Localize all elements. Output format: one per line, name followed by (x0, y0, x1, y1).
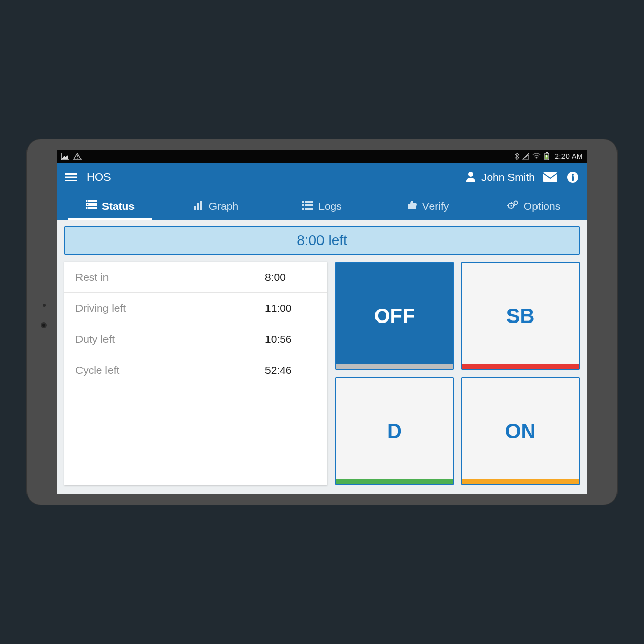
duty-button-d[interactable]: D (335, 377, 454, 485)
menu-icon[interactable] (64, 172, 78, 182)
tab-bar: Status Graph Logs Verify (57, 192, 587, 220)
svg-rect-14 (572, 176, 574, 181)
svg-point-3 (536, 157, 538, 159)
svg-point-10 (468, 172, 473, 177)
duty-button-off[interactable]: OFF (335, 262, 454, 370)
duty-button-on[interactable]: ON (461, 377, 580, 485)
svg-rect-21 (194, 206, 196, 210)
tab-options-label: Options (524, 200, 560, 212)
tab-graph[interactable]: Graph (163, 192, 269, 220)
stat-label: Cycle left (75, 364, 265, 377)
svg-point-32 (514, 201, 517, 205)
barchart-icon (194, 200, 204, 212)
svg-rect-26 (302, 204, 304, 206)
app-title: HOS (87, 171, 111, 184)
mail-icon[interactable] (543, 172, 557, 182)
svg-rect-7 (65, 173, 77, 175)
stat-value: 52:46 (265, 364, 316, 377)
tab-verify[interactable]: Verify (375, 192, 481, 220)
svg-rect-23 (200, 201, 202, 210)
svg-rect-8 (65, 177, 77, 178)
svg-rect-28 (302, 208, 304, 210)
svg-rect-29 (305, 208, 313, 210)
svg-rect-9 (65, 180, 77, 181)
battery-icon (544, 152, 550, 160)
warning-icon (73, 153, 82, 160)
svg-rect-25 (305, 201, 313, 203)
svg-rect-2 (77, 158, 78, 159)
app-header: HOS John Smith (57, 163, 587, 192)
tab-status-label: Status (102, 200, 135, 212)
bluetooth-icon (514, 153, 519, 160)
user-name: John Smith (481, 171, 535, 183)
svg-point-18 (87, 200, 88, 201)
duty-underline (336, 364, 453, 369)
tab-graph-label: Graph (209, 200, 238, 212)
duty-button-label: D (387, 420, 402, 443)
stat-row-driving-left: Driving left 11:00 (64, 293, 327, 324)
tablet-frame: 2:20 AM HOS John Smith (26, 139, 618, 505)
svg-point-13 (572, 174, 574, 176)
list-icon (302, 200, 313, 212)
tab-status[interactable]: Status (57, 192, 163, 220)
wifi-icon (532, 153, 541, 159)
duty-button-label: SB (506, 305, 535, 328)
server-icon (86, 200, 97, 212)
tablet-speaker (43, 304, 46, 307)
no-signal-icon (522, 153, 529, 160)
svg-point-19 (87, 204, 88, 205)
tablet-camera (41, 322, 47, 328)
svg-point-31 (510, 205, 512, 207)
duty-button-sb[interactable]: SB (461, 262, 580, 370)
two-column-layout: Rest in 8:00 Driving left 11:00 Duty lef… (64, 262, 580, 485)
stat-value: 8:00 (265, 271, 316, 283)
stat-row-duty-left: Duty left 10:56 (64, 324, 327, 355)
android-status-bar: 2:20 AM (57, 150, 587, 163)
duty-underline (462, 364, 579, 369)
tab-logs[interactable]: Logs (269, 192, 375, 220)
info-icon[interactable] (566, 171, 580, 183)
svg-rect-11 (543, 172, 557, 182)
image-icon (61, 153, 69, 160)
tab-logs-label: Logs (318, 200, 342, 212)
screen: 2:20 AM HOS John Smith (57, 150, 587, 494)
duty-button-label: ON (505, 420, 536, 443)
svg-rect-5 (546, 152, 548, 153)
stat-row-rest-in: Rest in 8:00 (64, 262, 327, 293)
duty-button-label: OFF (374, 305, 415, 328)
svg-point-20 (87, 207, 88, 208)
svg-rect-1 (77, 155, 78, 157)
gears-icon (507, 200, 519, 212)
user-icon (465, 171, 476, 184)
stat-row-cycle-left: Cycle left 52:46 (64, 355, 327, 386)
tab-options[interactable]: Options (481, 192, 587, 220)
status-bar-clock: 2:20 AM (555, 152, 583, 160)
svg-rect-24 (302, 201, 304, 203)
thumbsup-icon (407, 200, 417, 212)
svg-rect-22 (197, 203, 199, 210)
duty-underline (462, 479, 579, 484)
svg-rect-27 (305, 204, 313, 206)
time-left-banner: 8:00 left (64, 226, 580, 255)
stat-value: 11:00 (265, 302, 316, 314)
content-area: 8:00 left Rest in 8:00 Driving left 11:0… (57, 220, 587, 494)
stat-label: Rest in (75, 271, 265, 283)
duty-underline (336, 479, 453, 484)
stat-value: 10:56 (265, 333, 316, 345)
user-chip[interactable]: John Smith (465, 171, 535, 184)
stat-label: Duty left (75, 333, 265, 345)
tab-verify-label: Verify (422, 200, 449, 212)
stats-panel: Rest in 8:00 Driving left 11:00 Duty lef… (64, 262, 327, 485)
stat-label: Driving left (75, 302, 265, 314)
duty-status-grid: OFF SB D ON (335, 262, 580, 485)
